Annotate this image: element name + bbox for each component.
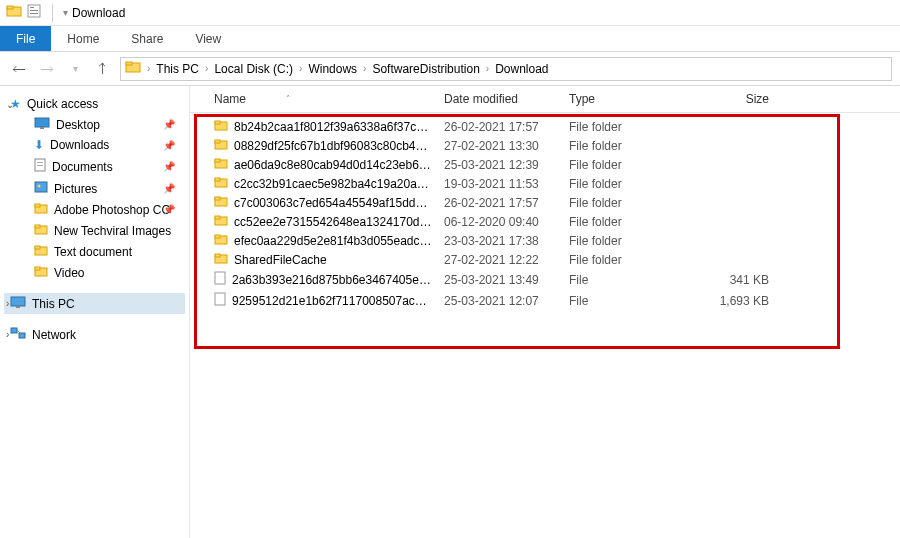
- svg-rect-23: [11, 297, 25, 306]
- svg-rect-45: [215, 293, 225, 305]
- ribbon: File Home Share View: [0, 26, 900, 52]
- file-type: File folder: [569, 215, 679, 229]
- file-type: File folder: [569, 139, 679, 153]
- sidebar-item-label: This PC: [32, 297, 75, 311]
- folder-icon: [214, 138, 228, 153]
- tab-home[interactable]: Home: [51, 26, 115, 51]
- chevron-down-icon[interactable]: ⌄: [6, 99, 14, 110]
- chevron-right-icon[interactable]: ›: [361, 63, 368, 74]
- table-row[interactable]: 8b24b2caa1f8012f39a6338a6f37c46e26-02-20…: [200, 117, 890, 136]
- title-bar: ▾ Download: [0, 0, 900, 26]
- folder-icon: [34, 265, 48, 280]
- file-date: 26-02-2021 17:57: [444, 196, 569, 210]
- table-row[interactable]: efec0aa229d5e2e81f4b3d055eadcce423-03-20…: [200, 231, 890, 250]
- pin-icon: 📌: [163, 204, 175, 215]
- properties-icon[interactable]: [26, 3, 42, 22]
- table-row[interactable]: ae06da9c8e80cab94d0d14c23eb6833b25-03-20…: [200, 155, 890, 174]
- svg-rect-24: [16, 306, 20, 308]
- network-icon: [10, 327, 26, 342]
- column-type[interactable]: Type: [569, 92, 679, 106]
- breadcrumb[interactable]: SoftwareDistribution: [372, 62, 479, 76]
- recent-dropdown-icon[interactable]: ▾: [64, 58, 86, 80]
- this-pc-icon: [10, 296, 26, 311]
- chevron-right-icon[interactable]: ›: [484, 63, 491, 74]
- svg-rect-44: [215, 272, 225, 284]
- breadcrumb[interactable]: Download: [495, 62, 548, 76]
- file-type: File folder: [569, 234, 679, 248]
- sidebar-item-label: Video: [54, 266, 84, 280]
- table-row[interactable]: 2a63b393e216d875bb6e3467405eea5e56c...25…: [200, 269, 890, 290]
- file-name: 08829df25fc67b1dbf96083c80cb441c: [234, 139, 434, 153]
- up-button[interactable]: 🡑: [92, 58, 114, 80]
- table-row[interactable]: 9259512d21e1b62f7117008507acc2b972f7...2…: [200, 290, 890, 311]
- tab-file[interactable]: File: [0, 26, 51, 51]
- breadcrumb[interactable]: Windows: [308, 62, 357, 76]
- column-date[interactable]: Date modified: [444, 92, 569, 106]
- back-button[interactable]: 🡐: [8, 58, 30, 80]
- folder-icon: [6, 3, 22, 22]
- sidebar-item-label: Documents: [52, 160, 113, 174]
- table-row[interactable]: SharedFileCache27-02-2021 12:22File fold…: [200, 250, 890, 269]
- folder-icon: [214, 214, 228, 229]
- folder-icon: [214, 157, 228, 172]
- forward-button[interactable]: 🡒: [36, 58, 58, 80]
- folder-icon: [214, 195, 228, 210]
- chevron-right-icon[interactable]: ›: [6, 298, 9, 309]
- chevron-right-icon[interactable]: ›: [145, 63, 152, 74]
- file-type: File folder: [569, 158, 679, 172]
- table-row[interactable]: c7c003063c7ed654a45549af15ddbcd326-02-20…: [200, 193, 890, 212]
- pin-icon: 📌: [163, 119, 175, 130]
- column-headers: Name˄ Date modified Type Size: [190, 86, 900, 113]
- tab-view[interactable]: View: [179, 26, 237, 51]
- sidebar-this-pc[interactable]: › This PC: [4, 293, 185, 314]
- file-name: c2cc32b91caec5e982ba4c19a20a2b40: [234, 177, 434, 191]
- table-row[interactable]: cc52ee2e7315542648ea1324170dbda806-12-20…: [200, 212, 890, 231]
- nav-toolbar: 🡐 🡒 ▾ 🡑 › This PC › Local Disk (C:) › Wi…: [0, 52, 900, 86]
- address-bar[interactable]: › This PC › Local Disk (C:) › Windows › …: [120, 57, 892, 81]
- sidebar-item-pictures[interactable]: Pictures 📌: [4, 178, 185, 199]
- sidebar-item-video[interactable]: Video: [4, 262, 185, 283]
- tab-share[interactable]: Share: [115, 26, 179, 51]
- sidebar-item-adobe[interactable]: Adobe Photoshop CC 📌: [4, 199, 185, 220]
- chevron-right-icon[interactable]: ›: [6, 329, 9, 340]
- file-icon: [214, 292, 226, 309]
- separator: [52, 4, 53, 22]
- sidebar-network[interactable]: › Network: [4, 324, 185, 345]
- sort-indicator-icon: ˄: [286, 94, 291, 104]
- sidebar-item-label: New Techviral Images: [54, 224, 171, 238]
- file-type: File folder: [569, 177, 679, 191]
- file-pane: Name˄ Date modified Type Size 8b24b2caa1…: [190, 86, 900, 538]
- column-size[interactable]: Size: [679, 92, 769, 106]
- sidebar-item-techviral[interactable]: New Techviral Images: [4, 220, 185, 241]
- file-date: 06-12-2020 09:40: [444, 215, 569, 229]
- chevron-right-icon[interactable]: ›: [203, 63, 210, 74]
- sidebar-item-desktop[interactable]: Desktop 📌: [4, 114, 185, 135]
- svg-rect-26: [19, 333, 25, 338]
- sidebar-item-documents[interactable]: Documents 📌: [4, 155, 185, 178]
- sidebar-item-downloads[interactable]: ⬇ Downloads 📌: [4, 135, 185, 155]
- file-name: cc52ee2e7315542648ea1324170dbda8: [234, 215, 434, 229]
- breadcrumb[interactable]: This PC: [156, 62, 199, 76]
- table-row[interactable]: c2cc32b91caec5e982ba4c19a20a2b4019-03-20…: [200, 174, 890, 193]
- sidebar-quick-access[interactable]: ⌄ ★ Quick access: [4, 94, 185, 114]
- svg-rect-8: [35, 118, 49, 127]
- sidebar: ⌄ ★ Quick access Desktop 📌 ⬇ Downloads 📌…: [0, 86, 190, 538]
- svg-rect-37: [215, 197, 220, 200]
- svg-rect-7: [126, 62, 132, 65]
- file-name: 8b24b2caa1f8012f39a6338a6f37c46e: [234, 120, 434, 134]
- pin-icon: 📌: [163, 140, 175, 151]
- file-list: 8b24b2caa1f8012f39a6338a6f37c46e26-02-20…: [190, 113, 900, 321]
- svg-rect-39: [215, 216, 220, 219]
- qat-dropdown-icon[interactable]: ▾: [63, 7, 68, 18]
- svg-rect-12: [37, 165, 43, 166]
- svg-rect-22: [35, 267, 40, 270]
- sidebar-item-text-document[interactable]: Text document: [4, 241, 185, 262]
- file-size: 1,693 KB: [679, 294, 769, 308]
- breadcrumb[interactable]: Local Disk (C:): [214, 62, 293, 76]
- column-name[interactable]: Name˄: [214, 92, 444, 106]
- file-type: File folder: [569, 196, 679, 210]
- chevron-right-icon[interactable]: ›: [297, 63, 304, 74]
- file-type: File folder: [569, 120, 679, 134]
- sidebar-item-label: Network: [32, 328, 76, 342]
- table-row[interactable]: 08829df25fc67b1dbf96083c80cb441c27-02-20…: [200, 136, 890, 155]
